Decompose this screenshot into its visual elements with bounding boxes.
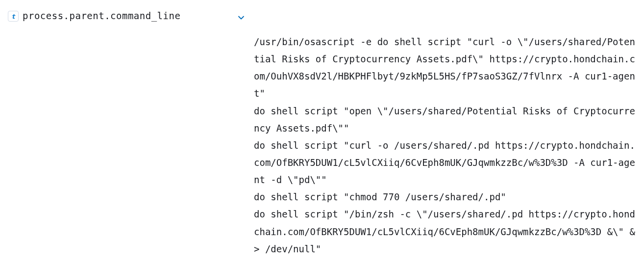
- chevron-down-icon[interactable]: [237, 14, 245, 24]
- expand-column: [232, 10, 250, 24]
- field-row: t process.parent.command_line /usr/bin/o…: [8, 10, 636, 258]
- field-type-badge: t: [8, 11, 19, 22]
- field-value: /usr/bin/osascript -e do shell script "c…: [254, 10, 636, 258]
- field-name: process.parent.command_line: [23, 10, 228, 21]
